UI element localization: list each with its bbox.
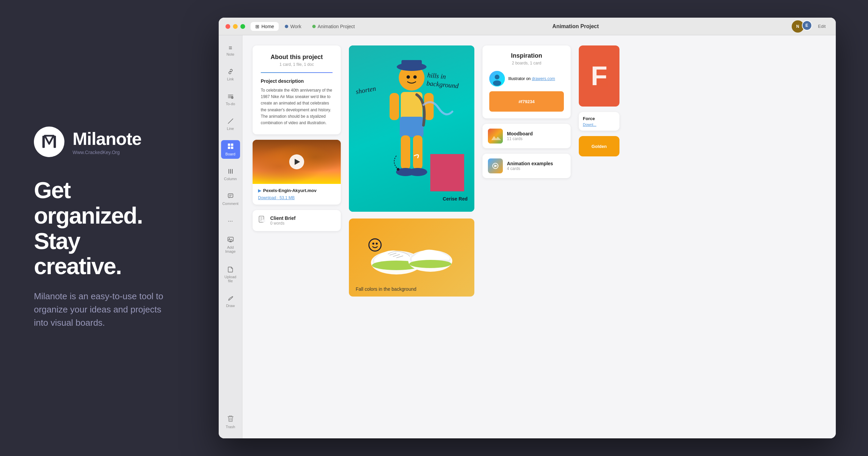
tab-bar: ⊞ Home Work Animation Project xyxy=(251,22,360,31)
shoes-svg xyxy=(368,235,456,280)
brand-name: Milanote xyxy=(73,129,141,149)
sidebar-board-label: Board xyxy=(225,152,235,156)
partial-red-card: F xyxy=(579,45,619,107)
cerise-label: Cerise Red xyxy=(443,196,468,202)
sidebar: ≡ Note Link To-do xyxy=(219,35,242,438)
draw-icon xyxy=(228,295,234,302)
moodboard-link[interactable]: Moodboard 11 cards xyxy=(482,124,571,148)
tab-animation-project[interactable]: Animation Project xyxy=(308,22,360,31)
svg-point-41 xyxy=(413,75,417,79)
sidebar-link-label: Link xyxy=(227,77,234,81)
svg-rect-1 xyxy=(54,136,56,148)
animation-examples-meta: 4 cards xyxy=(507,166,553,171)
svg-point-48 xyxy=(409,260,451,268)
main-content: About this project 1 card, 1 file, 1 doc… xyxy=(242,35,836,438)
svg-rect-9 xyxy=(231,144,233,146)
sidebar-item-comment[interactable]: Comment xyxy=(221,190,240,208)
headline: Get organized. Stay creative. xyxy=(34,177,173,279)
play-button[interactable] xyxy=(289,154,304,169)
sidebar-add-image-label: Add Image xyxy=(224,245,237,253)
svg-rect-28 xyxy=(262,220,265,222)
sidebar-item-todo[interactable]: To-do xyxy=(221,91,240,109)
svg-rect-37 xyxy=(413,135,422,169)
column-icon xyxy=(228,168,234,175)
svg-rect-33 xyxy=(400,117,423,137)
sidebar-item-upload-file[interactable]: Upload file xyxy=(221,263,240,286)
sidebar-item-note[interactable]: ≡ Note xyxy=(221,42,240,59)
add-image-icon xyxy=(227,236,234,244)
note-icon: ≡ xyxy=(229,45,232,51)
shoes-caption: Fall colors in the background xyxy=(356,286,416,292)
svg-point-51 xyxy=(376,243,378,245)
home-icon: ⊞ xyxy=(255,24,259,29)
inspiration-column: Inspiration 2 boards, 1 card xyxy=(482,45,571,428)
download-text: Download xyxy=(258,195,276,200)
brand-url: Www.CrackedKey.Org xyxy=(73,150,141,155)
sidebar-item-draw[interactable]: Draw xyxy=(221,292,240,310)
logo-circle xyxy=(34,127,64,157)
sidebar-column-label: Column xyxy=(224,177,237,181)
todo-icon xyxy=(228,93,234,100)
sidebar-draw-label: Draw xyxy=(226,304,235,308)
inspiration-title: Inspiration xyxy=(489,52,564,59)
svg-rect-8 xyxy=(228,144,230,146)
window-controls xyxy=(225,24,245,29)
project-desc-title: Project description xyxy=(261,78,333,84)
svg-point-50 xyxy=(372,243,374,245)
svg-rect-11 xyxy=(231,147,233,149)
svg-rect-10 xyxy=(228,147,230,149)
animation-examples-link[interactable]: Animation examples 4 cards xyxy=(482,154,571,178)
shoes-bg xyxy=(349,218,474,297)
logo-area: Milanote Www.CrackedKey.Org xyxy=(34,127,173,157)
avatar-group: N E xyxy=(792,20,812,33)
tab-home[interactable]: ⊞ Home xyxy=(251,22,279,31)
sidebar-item-board[interactable]: Board xyxy=(221,140,240,159)
animation-examples-title: Animation examples xyxy=(507,161,553,166)
video-play-icon: ▶ xyxy=(258,188,261,193)
force-link[interactable]: Downl... xyxy=(583,122,615,127)
play-triangle-icon xyxy=(295,159,300,165)
moodboard-thumb xyxy=(488,129,503,144)
illustration-bg: shorten hills in background Cerise Red xyxy=(349,45,474,212)
svg-rect-34 xyxy=(390,93,399,120)
sidebar-item-more[interactable]: ··· xyxy=(221,215,240,227)
sidebar-item-line[interactable]: Line xyxy=(221,115,240,133)
link-icon xyxy=(228,69,234,76)
svg-point-53 xyxy=(495,75,499,79)
maximize-button[interactable] xyxy=(240,24,245,29)
video-card: ▶ Pexels-Engin-Akyurt.mov Download · 53.… xyxy=(253,140,341,205)
headline-line2: Stay creative. xyxy=(34,228,173,279)
sidebar-item-link[interactable]: Link xyxy=(221,66,240,84)
minimize-button[interactable] xyxy=(233,24,238,29)
illustrator-link[interactable]: drawers.com xyxy=(532,76,555,81)
edit-button[interactable]: Edit xyxy=(815,22,829,30)
svg-rect-15 xyxy=(228,194,233,197)
sidebar-item-column[interactable]: Column xyxy=(221,166,240,184)
illustration-column: shorten hills in background Cerise Red xyxy=(349,45,474,428)
force-card: Force Downl... xyxy=(579,112,619,131)
inspiration-card: Inspiration 2 boards, 1 card xyxy=(482,45,571,118)
app-window: ⊞ Home Work Animation Project Animation … xyxy=(219,18,836,438)
upload-file-icon xyxy=(228,266,234,273)
sidebar-trash[interactable]: Trash xyxy=(223,413,238,432)
board-icon xyxy=(227,143,234,151)
svg-rect-31 xyxy=(401,60,422,69)
force-title: Force xyxy=(583,116,615,121)
svg-point-19 xyxy=(229,238,230,239)
svg-rect-36 xyxy=(401,135,410,169)
video-download-link[interactable]: Download · 53.1 MB xyxy=(258,195,295,200)
svg-line-7 xyxy=(228,119,233,124)
tab-work[interactable]: Work xyxy=(280,22,306,31)
illustrator-row: Illustrator on drawers.com xyxy=(489,71,564,87)
animation-examples-thumb xyxy=(488,158,503,173)
moodboard-meta: 11 cards xyxy=(507,136,533,141)
about-divider xyxy=(261,72,333,73)
moodboard-title: Moodboard xyxy=(507,131,533,136)
sidebar-upload-label: Upload file xyxy=(224,275,237,283)
color-swatch: #f79234 xyxy=(489,91,564,112)
shoes-card: Fall colors in the background xyxy=(349,218,474,297)
sidebar-item-add-image[interactable]: Add Image xyxy=(221,233,240,256)
comment-icon xyxy=(228,193,234,200)
close-button[interactable] xyxy=(225,24,230,29)
brand-info: Milanote Www.CrackedKey.Org xyxy=(73,129,141,155)
